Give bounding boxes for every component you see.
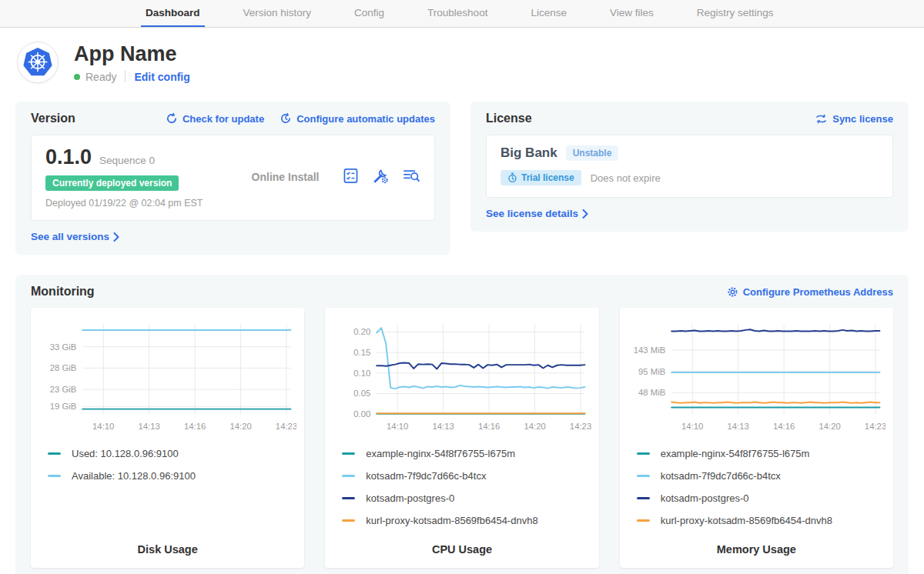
legend-color-dash	[637, 497, 650, 499]
configure-prometheus-button[interactable]: Configure Prometheus Address	[727, 286, 893, 298]
legend-color-dash	[342, 519, 355, 522]
see-license-details-link[interactable]: See license details	[486, 208, 588, 219]
svg-text:14:10: 14:10	[681, 422, 703, 431]
legend-label: example-nginx-54f8f76755-l675m	[661, 448, 810, 459]
legend-item: Available: 10.128.0.96:9100	[48, 470, 296, 482]
svg-text:14:13: 14:13	[433, 422, 454, 431]
legend-color-dash	[637, 519, 650, 522]
version-number: 0.1.0	[45, 145, 92, 169]
legend-label: kotsadm-postgres-0	[661, 492, 749, 504]
legend-item: Used: 10.128.0.96:9100	[48, 448, 296, 459]
configure-automatic-updates-button[interactable]: Configure automatic updates	[280, 112, 435, 125]
svg-text:14:16: 14:16	[184, 422, 206, 431]
legend-item: kotsadm-postgres-0	[342, 492, 591, 504]
cpu-usage-legend: example-nginx-54f8f76755-l675mkotsadm-7f…	[342, 448, 591, 537]
svg-text:48 MiB: 48 MiB	[638, 388, 665, 397]
tab-view-files[interactable]: View files	[605, 0, 658, 27]
legend-color-dash	[637, 475, 650, 477]
tab-registry-settings[interactable]: Registry settings	[692, 0, 778, 27]
memory-usage-chart: 14:1014:1314:1614:2014:2348 MiB95 MiB143…	[628, 317, 886, 439]
svg-text:14:16: 14:16	[773, 422, 795, 431]
svg-text:14:23: 14:23	[276, 422, 296, 431]
svg-text:14:20: 14:20	[524, 422, 546, 431]
legend-label: example-nginx-54f8f76755-l675m	[366, 448, 515, 459]
legend-color-dash	[342, 475, 355, 477]
disk-usage-panel: 14:1014:1314:1614:2014:2319 GiB23 GiB28 …	[31, 308, 304, 568]
deployed-badge: Currently deployed version	[45, 175, 179, 191]
legend-item: example-nginx-54f8f76755-l675m	[342, 448, 591, 459]
chevron-icon	[113, 232, 119, 242]
license-card-title: License	[486, 112, 532, 125]
tab-config[interactable]: Config	[350, 0, 389, 27]
status-dot	[74, 74, 80, 80]
trial-license-badge: Trial license	[500, 170, 581, 185]
license-name: Big Bank	[500, 145, 557, 161]
legend-color-dash	[637, 452, 650, 455]
legend-label: kurl-proxy-kotsadm-8569fb6454-dnvh8	[366, 515, 537, 526]
tab-dashboard[interactable]: Dashboard	[141, 0, 205, 27]
current-version-panel: 0.1.0 Sequence 0 Currently deployed vers…	[31, 135, 435, 221]
svg-text:0.20: 0.20	[354, 327, 371, 336]
app-logo	[17, 42, 59, 83]
legend-item: kotsadm-postgres-0	[637, 492, 886, 504]
memory-usage-legend: example-nginx-54f8f76755-l675mkotsadm-7f…	[637, 448, 886, 537]
memory-usage-panel: 14:1014:1314:1614:2014:2348 MiB95 MiB143…	[620, 308, 893, 568]
svg-text:14:20: 14:20	[229, 422, 251, 431]
cpu-usage-panel: 14:1014:1314:1614:2014:230.000.050.100.1…	[325, 308, 598, 568]
edit-config-link[interactable]: Edit config	[134, 71, 189, 83]
install-type-label: Online Install	[229, 171, 342, 183]
legend-label: kurl-proxy-kotsadm-8569fb6454-dnvh8	[661, 515, 832, 526]
deployed-timestamp: Deployed 01/19/22 @ 02:04 pm EST	[45, 198, 229, 209]
chevron-icon	[582, 209, 588, 219]
tab-license[interactable]: License	[526, 0, 571, 27]
sequence-label: Sequence 0	[99, 155, 155, 166]
trial-license-icon	[507, 172, 517, 183]
preflight-icon[interactable]	[402, 167, 420, 188]
legend-label: kotsadm-7f9dc7d66c-b4tcx	[661, 470, 781, 482]
status-text: Ready	[85, 71, 116, 83]
disk-usage-title: Disk Usage	[38, 543, 296, 556]
tab-troubleshoot[interactable]: Troubleshoot	[423, 0, 492, 27]
license-card: License Sync license Big Bank Unstable	[470, 102, 909, 232]
svg-text:14:13: 14:13	[727, 422, 748, 431]
sync-license-icon	[815, 113, 828, 125]
see-all-versions-label: See all versions	[31, 231, 109, 242]
trial-license-label: Trial license	[521, 172, 574, 183]
charts-row: 14:1014:1314:1614:2014:2319 GiB23 GiB28 …	[31, 308, 893, 568]
see-license-details-row: See license details	[486, 208, 893, 219]
svg-text:95 MiB: 95 MiB	[638, 367, 665, 376]
divider	[125, 71, 126, 82]
svg-text:14:23: 14:23	[865, 422, 886, 431]
tab-version-history[interactable]: Version history	[239, 0, 316, 27]
check-for-update-icon	[166, 112, 178, 125]
config-tools-icon[interactable]	[372, 167, 390, 188]
legend-label: kotsadm-7f9dc7d66c-b4tcx	[366, 470, 486, 482]
legend-color-dash	[342, 497, 355, 499]
configure-prometheus-label: Configure Prometheus Address	[743, 286, 893, 298]
disk-usage-legend: Used: 10.128.0.96:9100Available: 10.128.…	[48, 448, 296, 492]
legend-label: kotsadm-postgres-0	[366, 492, 454, 504]
configure-updates-label: Configure automatic updates	[296, 113, 435, 125]
svg-text:14:10: 14:10	[387, 422, 408, 431]
monitoring-section: Monitoring Configure Prometheus Address …	[15, 275, 909, 574]
sync-license-label: Sync license	[832, 113, 893, 125]
app-header: App Name Ready Edit config	[0, 28, 924, 89]
svg-text:14:16: 14:16	[478, 422, 500, 431]
svg-text:14:20: 14:20	[819, 422, 840, 431]
svg-text:19 GiB: 19 GiB	[50, 402, 77, 411]
svg-text:14:13: 14:13	[138, 422, 159, 431]
sync-license-button[interactable]: Sync license	[815, 113, 893, 125]
top-navigation: Dashboard Version history Config Trouble…	[0, 0, 924, 28]
check-for-update-button[interactable]: Check for update	[166, 112, 264, 125]
cpu-usage-chart: 14:1014:1314:1614:2014:230.000.050.100.1…	[333, 317, 591, 439]
license-expiry: Does not expire	[591, 172, 661, 184]
svg-text:33 GiB: 33 GiB	[50, 342, 77, 352]
legend-item: kurl-proxy-kotsadm-8569fb6454-dnvh8	[637, 515, 886, 526]
see-all-versions-row: See all versions	[31, 231, 435, 242]
legend-item: example-nginx-54f8f76755-l675m	[637, 448, 886, 459]
svg-text:0.00: 0.00	[354, 409, 371, 419]
version-card: Version Check for update Configure au	[15, 102, 450, 255]
release-notes-icon[interactable]	[342, 167, 360, 188]
svg-text:0.05: 0.05	[354, 389, 371, 398]
see-all-versions-link[interactable]: See all versions	[31, 231, 119, 242]
